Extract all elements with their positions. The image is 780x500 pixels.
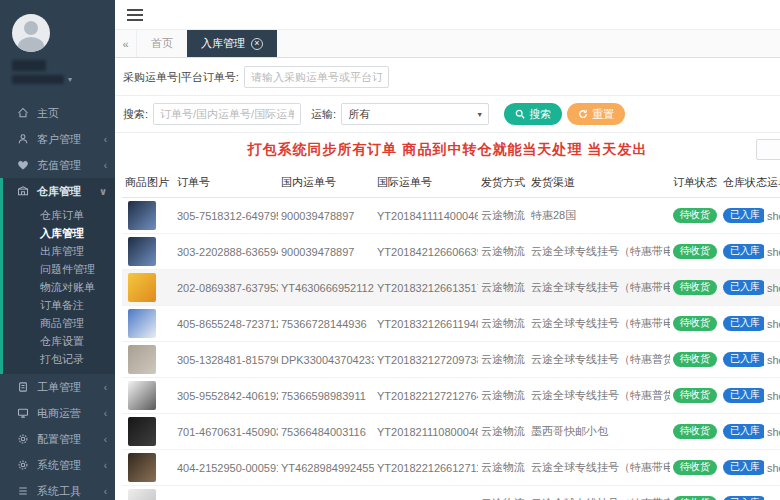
tabs-collapse-icon[interactable]: « [115,30,137,57]
table-row: 405-8655248-723712475366728144936YT20183… [122,306,780,342]
select-arrow-icon: ▼ [476,111,483,118]
waybill-clipped: sho [764,450,780,486]
sidebar-subitem-出库管理[interactable]: 出库管理 [3,242,115,260]
sidebar-item-系统管理[interactable]: 系统管理‹ [3,452,115,478]
username-redacted [12,60,46,71]
sidebar-subitem-入库管理[interactable]: 入库管理 [3,224,115,242]
order-status-badge: 待收货 [673,424,717,439]
sidebar-group-7: 系统管理‹ [0,452,115,478]
product-image[interactable] [128,237,156,266]
product-image[interactable] [128,273,156,302]
shipping-channel: 墨西哥快邮小包 [528,414,670,450]
purchase-waybill-input[interactable] [244,66,389,88]
warehouse-status-badge: 已入库 [723,244,764,259]
order-status-badge: 待收货 [673,208,717,223]
order-number: 202-0869387-6379533 [174,270,278,306]
sidebar-subitem-问题件管理[interactable]: 问题件管理 [3,260,115,278]
search-button[interactable]: 搜索 [504,103,562,125]
search-filter-row: 搜索: 运输: 所有 ▼ 搜索 重置 [115,96,780,133]
sidebar-item-仓库管理[interactable]: 仓库管理∨ [3,178,115,204]
sidebar-item-系统工具[interactable]: 系统工具‹ [3,478,115,500]
chevron-left-icon: ‹ [104,434,107,445]
sidebar-item-工单管理[interactable]: 工单管理‹ [3,374,115,400]
config-icon [17,433,31,445]
sidebar-group-3: 仓库管理∨仓库订单入库管理出库管理问题件管理物流对账单订单备注商品管理仓库设置打… [0,178,115,374]
product-image[interactable] [128,453,156,482]
sidebar-group-4: 工单管理‹ [0,374,115,400]
sidebar-subitem-商品管理[interactable]: 商品管理 [3,314,115,332]
notice-row: 打包系统同步所有订单 商品到中转仓就能当天处理 当天发出 [115,133,780,167]
intl-waybill: YT2018411114000469 [374,198,478,234]
search-input[interactable] [153,103,301,125]
home-icon [17,107,31,119]
sidebar-subitem-仓库订单[interactable]: 仓库订单 [3,206,115,224]
product-image[interactable] [128,309,156,338]
shipping-channel: 云途全球专线挂号（特惠普货） [528,342,670,378]
product-image[interactable] [128,345,156,374]
purchase-waybill-label: 采购运单号|平台订单号: [123,70,239,85]
shipping-method: 云途物流 [478,486,528,500]
sidebar-subitem-物流对账单[interactable]: 物流对账单 [3,278,115,296]
domestic-waybill: DPK330043704233 [278,342,374,378]
sidebar-item-客户管理[interactable]: 客户管理‹ [3,126,115,152]
sidebar-item-充值管理[interactable]: 充值管理‹ [3,152,115,178]
transport-select[interactable]: 所有 [341,103,489,125]
waybill-clipped: sho [764,414,780,450]
table-row: 404-2901274-392832775366553739924YT20182… [122,486,780,500]
domestic-waybill: YT4628984992455 [278,450,374,486]
domestic-waybill: 900039478897 [278,234,374,270]
sidebar-item-label: 配置管理 [37,432,104,447]
domestic-waybill: YT4630666952112 [278,270,374,306]
chevron-left-icon: ‹ [104,134,107,145]
order-number: 305-1328481-8157960 [174,342,278,378]
warehouse-status-badge: 已入库 [723,388,764,403]
system-icon [17,459,31,471]
column-header-发货方式: 发货方式 [478,167,528,198]
product-image[interactable] [128,201,156,230]
sidebar-group-5: 电商运营‹ [0,400,115,426]
sidebar-submenu: 仓库订单入库管理出库管理问题件管理物流对账单订单备注商品管理仓库设置打包记录 [3,204,115,374]
inbound-table-wrap: 商品图片订单号国内运单号国际运单号发货方式发货渠道订单状态仓库状态运单号 305… [115,167,780,500]
close-icon[interactable]: × [251,38,263,50]
customer-icon [17,133,31,145]
shipping-channel: 云途全球专线挂号（特惠带电） [528,486,670,500]
sidebar-item-配置管理[interactable]: 配置管理‹ [3,426,115,452]
order-status-badge: 待收货 [673,244,717,259]
waybill-clipped: sho [764,342,780,378]
chevron-left-icon: ‹ [104,460,107,471]
warehouse-status-badge: 已入库 [723,352,764,367]
domestic-waybill: 75366598983911 [278,378,374,414]
order-status-badge: 待收货 [673,280,717,295]
column-header-商品图片: 商品图片 [122,167,174,198]
order-status-badge: 待收货 [673,316,717,331]
reset-button[interactable]: 重置 [567,103,625,125]
shipping-method: 云途物流 [478,306,528,342]
sidebar-subitem-打包记录[interactable]: 打包记录 [3,350,115,368]
sidebar-item-label: 系统工具 [37,484,104,499]
product-image[interactable] [128,417,156,446]
search-icon [515,109,525,119]
main-area: « 首页入库管理× 采购运单号|平台订单号: 搜索: 运输: 所有 ▼ 搜索 重… [115,0,780,500]
sidebar-item-主页[interactable]: 主页 [3,100,115,126]
domestic-waybill: 75366553739924 [278,486,374,500]
product-image[interactable] [128,489,156,500]
tab-首页[interactable]: 首页 [137,30,187,57]
sidebar-subitem-订单备注[interactable]: 订单备注 [3,296,115,314]
hamburger-menu-icon[interactable] [127,6,143,24]
table-header-row: 商品图片订单号国内运单号国际运单号发货方式发货渠道订单状态仓库状态运单号 [122,167,780,198]
product-image[interactable] [128,381,156,410]
shipping-channel: 特惠28国 [528,198,670,234]
domestic-waybill: 900039478897 [278,198,374,234]
recharge-icon [17,159,31,171]
intl-waybill: YT2018321272097384 [374,342,478,378]
avatar[interactable] [12,14,50,52]
intl-waybill: YT2018221272127645 [374,378,478,414]
sidebar-item-label: 电商运营 [37,406,104,421]
clipped-toolbar-button[interactable] [756,139,780,160]
order-status-badge: 待收货 [673,460,717,475]
sidebar-subitem-仓库设置[interactable]: 仓库设置 [3,332,115,350]
sidebar-item-电商运营[interactable]: 电商运营‹ [3,400,115,426]
domestic-waybill: 75366484003116 [278,414,374,450]
chevron-down-icon[interactable]: ▾ [68,75,72,84]
tab-入库管理[interactable]: 入库管理× [187,30,277,57]
